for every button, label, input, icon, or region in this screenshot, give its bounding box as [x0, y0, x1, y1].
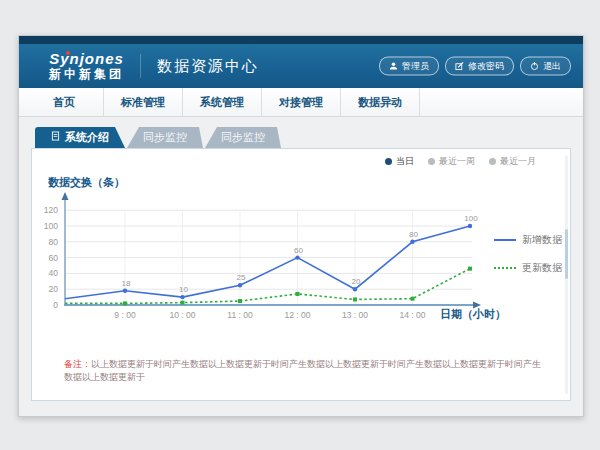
edit-icon — [455, 62, 464, 71]
app-header: Synjones 新中新集团 数据资源中心 管理员 修改密码 — [19, 44, 583, 88]
svg-text:20: 20 — [352, 277, 361, 286]
svg-text:80: 80 — [409, 230, 418, 239]
change-password-button[interactable]: 修改密码 — [445, 57, 514, 76]
content-area: 系统介绍 同步监控 同步监控 当日 最近一周 — [19, 117, 583, 415]
chart-panel: 当日 最近一周 最近一月 数据交换（条） 9 : 0010 : 0011 : 0… — [31, 148, 571, 401]
admin-button[interactable]: 管理员 — [379, 57, 439, 76]
svg-text:25: 25 — [237, 273, 246, 282]
legend-item-updated-data[interactable]: 更新数据 — [494, 261, 562, 275]
svg-text:18: 18 — [122, 279, 131, 288]
svg-text:13 : 00: 13 : 00 — [342, 310, 368, 320]
svg-text:80: 80 — [49, 237, 59, 247]
user-icon — [389, 62, 398, 71]
admin-button-label: 管理员 — [402, 60, 429, 73]
logo-text-cn: 新中新集团 — [49, 68, 124, 81]
tab-label: 同步监控 — [143, 127, 187, 148]
x-axis-title: 日期（小时） — [440, 307, 506, 322]
logo: Synjones 新中新集团 — [49, 51, 124, 81]
svg-text:0: 0 — [53, 300, 58, 310]
header-actions: 管理员 修改密码 退出 — [379, 57, 571, 76]
change-password-label: 修改密码 — [468, 60, 504, 73]
svg-text:60: 60 — [294, 246, 303, 255]
document-icon — [51, 127, 60, 148]
tab-sync-monitor-2[interactable]: 同步监控 — [205, 127, 281, 148]
nav-item-data-change[interactable]: 数据异动 — [341, 88, 420, 116]
svg-text:100: 100 — [44, 221, 58, 231]
nav-item-standard-mgmt[interactable]: 标准管理 — [104, 88, 183, 116]
footnote-text: 以上数据更新于时间产生数据以上数据更新于时间产生数据以上数据更新于时间产生数据以… — [64, 359, 541, 382]
svg-text:10: 10 — [179, 285, 188, 294]
svg-text:10 : 00: 10 : 00 — [170, 310, 196, 320]
nav-item-interface-mgmt[interactable]: 对接管理 — [262, 88, 341, 116]
svg-text:40: 40 — [49, 268, 59, 278]
logout-label: 退出 — [543, 60, 561, 73]
footnote-prefix: 备注： — [64, 359, 91, 369]
solid-line-swatch — [494, 239, 516, 241]
logo-text-en: Synjones — [49, 50, 124, 67]
svg-text:9 : 00: 9 : 00 — [114, 310, 136, 320]
svg-text:120: 120 — [44, 205, 58, 215]
main-nav: 首页 标准管理 系统管理 对接管理 数据异动 — [19, 88, 583, 117]
app-window: Synjones 新中新集团 数据资源中心 管理员 修改密码 — [18, 35, 584, 417]
legend-label: 更新数据 — [522, 261, 562, 275]
legend-item-new-data[interactable]: 新增数据 — [494, 233, 562, 247]
footnote: 备注：以上数据更新于时间产生数据以上数据更新于时间产生数据以上数据更新于时间产生… — [64, 358, 546, 383]
logout-button[interactable]: 退出 — [520, 57, 571, 76]
svg-text:60: 60 — [49, 253, 59, 263]
page-title: 数据资源中心 — [140, 54, 259, 78]
legend-label: 新增数据 — [522, 233, 562, 247]
nav-item-home[interactable]: 首页 — [25, 88, 104, 116]
svg-text:14 : 00: 14 : 00 — [400, 310, 426, 320]
svg-text:12 : 00: 12 : 00 — [285, 310, 311, 320]
svg-text:11 : 00: 11 : 00 — [227, 310, 253, 320]
svg-text:100: 100 — [464, 214, 478, 223]
header-top-strip — [19, 36, 583, 44]
tab-bar: 系统介绍 同步监控 同步监控 — [19, 117, 583, 148]
scrollbar-thumb[interactable] — [565, 229, 568, 279]
tab-label: 系统介绍 — [65, 127, 109, 148]
nav-item-system-mgmt[interactable]: 系统管理 — [183, 88, 262, 116]
svg-text:20: 20 — [49, 284, 59, 294]
power-icon — [530, 62, 539, 71]
dotted-line-swatch — [494, 267, 516, 269]
tab-label: 同步监控 — [221, 127, 265, 148]
tab-sync-monitor-1[interactable]: 同步监控 — [127, 127, 203, 148]
series-legend: 新增数据 更新数据 — [494, 233, 562, 275]
tab-system-intro[interactable]: 系统介绍 — [35, 127, 125, 148]
